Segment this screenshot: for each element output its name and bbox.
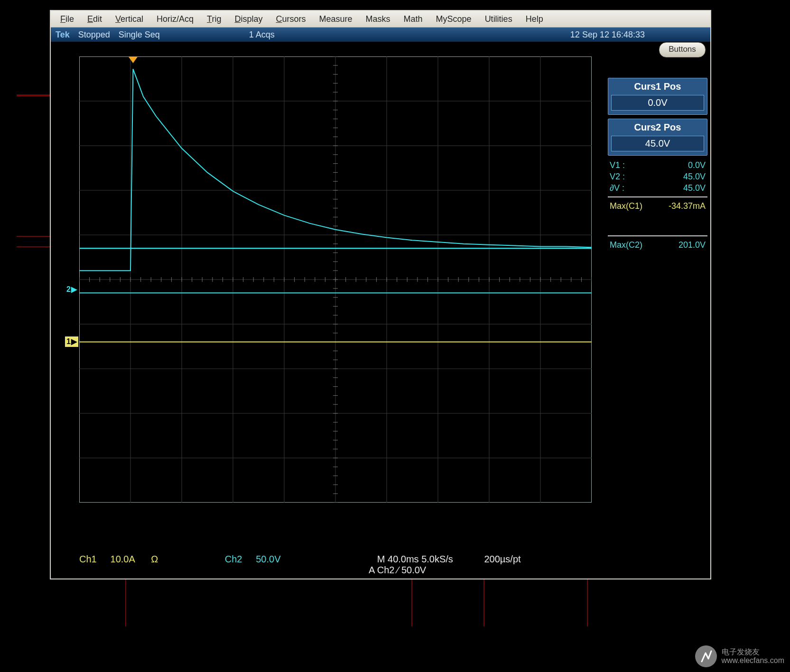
menu-file-label: ile xyxy=(65,14,74,24)
meas1-row: Max(C1)-34.37mA xyxy=(608,200,707,212)
status-bar: Tek Stopped Single Seq 1 Acqs 12 Sep 12 … xyxy=(51,28,710,42)
meas1-value: -34.37mA xyxy=(669,200,706,212)
watermark-icon xyxy=(695,645,717,667)
menu-masks-label: Masks xyxy=(366,14,390,24)
ch1-marker-label: 1 xyxy=(66,337,71,345)
menu-horiz[interactable]: Horiz/Acq xyxy=(150,13,200,26)
menu-measure[interactable]: Measure xyxy=(313,13,359,26)
ch1-marker: 1▶ xyxy=(65,336,78,347)
meas2-label: Max(C2) xyxy=(610,239,642,251)
status-state: Stopped xyxy=(78,30,110,40)
menu-utilities-label: Utilities xyxy=(485,14,512,24)
meas2-value: 201.0V xyxy=(678,239,706,251)
bottom-readout: Ch1 10.0A Ω Ch2 50.0V M 40.0ms 5.0kS/s 2… xyxy=(79,554,592,576)
v2-value: 45.0V xyxy=(683,171,706,182)
menu-vertical[interactable]: Vertical xyxy=(109,13,150,26)
stage: File Edit Vertical Horiz/Acq Trig Displa… xyxy=(0,0,790,672)
menu-utilities[interactable]: Utilities xyxy=(478,13,519,26)
time-res: 200µs/pt xyxy=(484,554,520,565)
timebase: M 40.0ms 5.0kS/s xyxy=(377,554,453,565)
status-timestamp: 12 Sep 12 16:48:33 xyxy=(570,30,645,40)
status-mode: Single Seq xyxy=(119,30,160,40)
menu-bar: File Edit Vertical Horiz/Acq Trig Displa… xyxy=(51,11,710,28)
menu-vertical-label: ertical xyxy=(121,14,143,24)
waveform-display[interactable] xyxy=(79,56,592,503)
dv-label: ∂V : xyxy=(610,182,624,194)
cursor2-value: 45.0V xyxy=(611,136,704,151)
ch2-marker-label: 2 xyxy=(66,285,71,293)
ch2-marker: 2▶ xyxy=(65,284,78,295)
v1-row: V1 :0.0V xyxy=(608,159,707,171)
v1-value: 0.0V xyxy=(688,159,706,171)
menu-math[interactable]: Math xyxy=(397,13,429,26)
cursor1-value: 0.0V xyxy=(611,95,704,111)
waveform-svg xyxy=(79,56,592,503)
ch1-unit: Ω xyxy=(151,554,175,565)
v1-label: V1 : xyxy=(610,159,625,171)
cursor2-box[interactable]: Curs2 Pos 45.0V xyxy=(608,119,707,156)
menu-display[interactable]: Display xyxy=(228,13,269,26)
ch2-label: Ch2 xyxy=(225,554,253,565)
menu-cursors[interactable]: Cursors xyxy=(269,13,312,26)
menu-edit-label: dit xyxy=(93,14,102,24)
separator-2 xyxy=(608,235,707,236)
right-panel: Curs1 Pos 0.0V Curs2 Pos 45.0V V1 :0.0V … xyxy=(608,78,707,251)
menu-math-label: Math xyxy=(404,14,423,24)
ch1-label: Ch1 xyxy=(79,554,108,565)
menu-file[interactable]: File xyxy=(54,13,81,26)
cursor1-box[interactable]: Curs1 Pos 0.0V xyxy=(608,78,707,115)
watermark: 电子发烧友 www.elecfans.com xyxy=(695,645,785,667)
menu-trig-label: rig xyxy=(212,14,221,24)
dv-value: 45.0V xyxy=(683,182,706,194)
menu-help[interactable]: Help xyxy=(519,13,550,26)
menu-myscope-label: MyScope xyxy=(436,14,472,24)
cursor1-title: Curs1 Pos xyxy=(611,81,704,92)
dv-row: ∂V :45.0V xyxy=(608,182,707,194)
menu-horiz-label: Horiz/Acq xyxy=(157,14,194,24)
watermark-line2: www.elecfans.com xyxy=(722,656,785,665)
menu-display-label: isplay xyxy=(241,14,262,24)
menu-measure-label: Measure xyxy=(319,14,353,24)
oscilloscope-window: File Edit Vertical Horiz/Acq Trig Displa… xyxy=(50,10,711,579)
ch2-scale: 50.0V xyxy=(256,554,294,565)
status-acqs: 1 Acqs xyxy=(249,30,275,40)
trigger-readout: A Ch2 ⁄ 50.0V xyxy=(369,565,426,576)
scope-area: 1▶ 2▶ Curs1 Pos 0.0V Curs2 Pos 45.0V V1 … xyxy=(51,42,710,579)
brand-tek: Tek xyxy=(56,30,70,40)
menu-cursors-label: ursors xyxy=(282,14,306,24)
cursor2-title: Curs2 Pos xyxy=(611,122,704,133)
meas1-label: Max(C1) xyxy=(610,200,642,212)
v2-row: V2 :45.0V xyxy=(608,171,707,182)
menu-help-label: Help xyxy=(526,14,543,24)
menu-trig[interactable]: Trig xyxy=(200,13,228,26)
watermark-text: 电子发烧友 www.elecfans.com xyxy=(722,648,785,665)
separator-1 xyxy=(608,196,707,197)
ch1-scale: 10.0A xyxy=(111,554,149,565)
menu-myscope[interactable]: MyScope xyxy=(429,13,478,26)
menu-masks[interactable]: Masks xyxy=(359,13,397,26)
menu-edit[interactable]: Edit xyxy=(81,13,109,26)
meas2-row: Max(C2)201.0V xyxy=(608,239,707,251)
watermark-line1: 电子发烧友 xyxy=(722,648,785,656)
v2-label: V2 : xyxy=(610,171,625,182)
